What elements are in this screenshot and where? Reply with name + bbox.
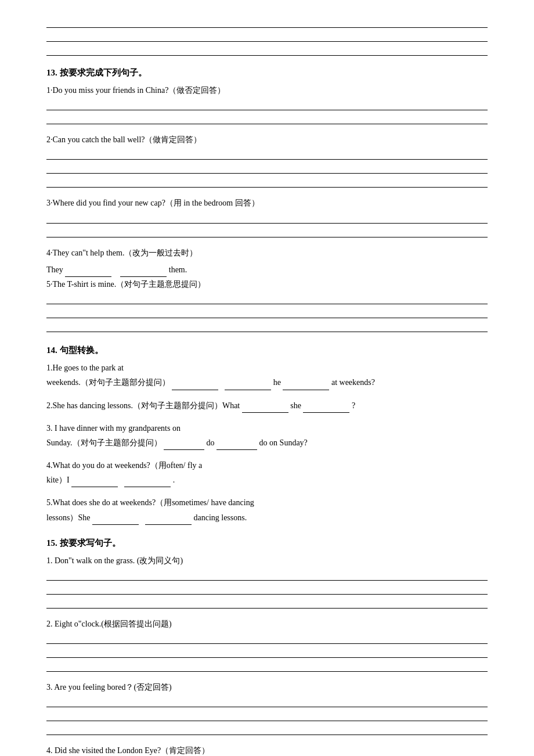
q14-1-text-part1: 1.He goes to the park at bbox=[46, 363, 124, 372]
section-14-q3: 3. I have dinner with my grandparents on… bbox=[46, 421, 488, 450]
q15-2-text: 2. Eight o"clock.(根据回答提出问题) bbox=[46, 617, 488, 631]
q13-5-line-3 bbox=[46, 322, 488, 332]
q13-3-lines bbox=[46, 213, 488, 237]
q14-4-row2: kite）I . bbox=[46, 473, 488, 487]
q13-4-blank2 bbox=[120, 268, 167, 277]
section-13-title: 13. 按要求完成下列句子。 bbox=[46, 67, 488, 78]
section-14-q5: 5.What does she do at weekends?（用sometim… bbox=[46, 495, 488, 524]
q15-1-line-3 bbox=[46, 598, 488, 609]
q14-2-blank1 bbox=[242, 404, 288, 413]
q13-4-them-label: them. bbox=[169, 265, 187, 274]
q15-1-text: 1. Don"t walk on the grass. (改为同义句) bbox=[46, 553, 488, 568]
q14-5-row2: lessons）She dancing lessons. bbox=[46, 510, 488, 525]
section-14: 14. 句型转换。 1.He goes to the park at weeke… bbox=[46, 345, 488, 525]
q14-3-text-part1: 3. I have dinner with my grandparents on bbox=[46, 424, 181, 433]
q14-4-blank1 bbox=[71, 478, 118, 487]
section-13-q2: 2·Can you catch the ball well?（做肯定回答） bbox=[46, 132, 488, 188]
q14-1-text-part2: weekends.（对句子主题部分提问） bbox=[46, 378, 170, 387]
q14-2-she-label: she bbox=[290, 401, 303, 410]
q14-3-do1-label: do bbox=[207, 438, 217, 447]
q13-4-text: 4·They can"t help them.（改为一般过去时） bbox=[46, 246, 488, 260]
q13-5-line-2 bbox=[46, 308, 488, 318]
q15-3-text: 3. Are you feeling bored？(否定回答) bbox=[46, 680, 488, 694]
section-15-q1: 1. Don"t walk on the grass. (改为同义句) bbox=[46, 553, 488, 609]
q13-3-line-1 bbox=[46, 213, 488, 224]
q14-1-blank3 bbox=[283, 381, 329, 390]
q14-2-blank2 bbox=[303, 404, 349, 413]
q14-1-blank1 bbox=[172, 381, 218, 390]
q14-1-row2: weekends.（对句子主题部分提问） he at weekends? bbox=[46, 375, 488, 390]
q15-3-line-3 bbox=[46, 725, 488, 735]
q13-4-blank1 bbox=[65, 268, 111, 277]
q13-5-text: 5·The T-shirt is mine.（对句子主题意思提问） bbox=[46, 277, 488, 291]
q14-1-he-label: he bbox=[273, 378, 283, 387]
q13-1-lines bbox=[46, 100, 488, 124]
section-13-q4: 4·They can"t help them.（改为一般过去时） They th… bbox=[46, 246, 488, 333]
q15-1-lines bbox=[46, 570, 488, 609]
q13-2-line-3 bbox=[46, 177, 488, 188]
q13-2-line-1 bbox=[46, 149, 488, 160]
q15-3-lines bbox=[46, 697, 488, 735]
top-answer-lines bbox=[46, 17, 488, 56]
q14-1-row1: 1.He goes to the park at bbox=[46, 361, 488, 375]
q14-5-blank1 bbox=[92, 516, 139, 525]
q13-5-lines bbox=[46, 294, 488, 332]
q14-5-lessons-label: lessons）She bbox=[46, 513, 92, 522]
q14-4-blank2 bbox=[124, 478, 171, 487]
section-13-q1: 1·Do you miss your friends in China?（做否定… bbox=[46, 83, 488, 124]
q13-5-line-1 bbox=[46, 294, 488, 304]
section-14-q2: 2.She has dancing lessons.（对句子主题部分提问）Wha… bbox=[46, 398, 488, 413]
q13-2-text: 2·Can you catch the ball well?（做肯定回答） bbox=[46, 132, 488, 147]
q13-2-line-2 bbox=[46, 163, 488, 174]
section-14-q4: 4.What do you do at weekends?（用often/ fl… bbox=[46, 458, 488, 487]
q15-2-line-2 bbox=[46, 647, 488, 658]
q14-1-blank2 bbox=[225, 381, 271, 390]
q14-4-end-text: . bbox=[173, 476, 175, 484]
q15-2-line-1 bbox=[46, 633, 488, 644]
section-13-q3: 3·Where did you find your new cap?（用 in … bbox=[46, 196, 488, 237]
section-14-q1: 1.He goes to the park at weekends.（对句子主题… bbox=[46, 361, 488, 390]
q14-4-text-part1: 4.What do you do at weekends?（用often/ fl… bbox=[46, 461, 202, 470]
q13-3-line-2 bbox=[46, 227, 488, 237]
q14-5-end-text: dancing lessons. bbox=[193, 513, 247, 522]
q15-4-text: 4. Did she visited the London Eye?（肯定回答） bbox=[46, 743, 488, 756]
q14-3-text-part2: Sunday.（对句子主题部分提问） bbox=[46, 438, 162, 447]
section-13: 13. 按要求完成下列句子。 1·Do you miss your friend… bbox=[46, 67, 488, 332]
q15-1-line-1 bbox=[46, 570, 488, 581]
q14-2-row: 2.She has dancing lessons.（对句子主题部分提问）Wha… bbox=[46, 398, 488, 413]
q14-5-text: 5.What does she do at weekends?（用sometim… bbox=[46, 498, 254, 507]
top-line-2 bbox=[46, 31, 488, 42]
q15-2-line-3 bbox=[46, 661, 488, 672]
q14-5-row1: 5.What does she do at weekends?（用sometim… bbox=[46, 495, 488, 510]
q14-3-end-text: do on Sunday? bbox=[259, 438, 308, 447]
q14-4-kite-label: kite）I bbox=[46, 476, 71, 484]
q15-1-line-2 bbox=[46, 584, 488, 595]
q13-1-text: 1·Do you miss your friends in China?（做否定… bbox=[46, 83, 488, 98]
section-15: 15. 按要求写句子。 1. Don"t walk on the grass. … bbox=[46, 538, 488, 756]
q15-3-line-2 bbox=[46, 711, 488, 721]
q13-1-line-1 bbox=[46, 100, 488, 110]
q13-1-line-2 bbox=[46, 114, 488, 124]
q13-4-they-label: They bbox=[46, 265, 63, 274]
q14-5-blank2 bbox=[145, 516, 192, 525]
q14-3-blank1 bbox=[164, 441, 204, 450]
q13-2-lines bbox=[46, 149, 488, 188]
q14-2-end-text: ? bbox=[352, 401, 355, 410]
section-15-q4: 4. Did she visited the London Eye?（肯定回答） bbox=[46, 743, 488, 756]
section-15-q2: 2. Eight o"clock.(根据回答提出问题) bbox=[46, 617, 488, 672]
section-15-title: 15. 按要求写句子。 bbox=[46, 538, 488, 549]
q15-3-line-1 bbox=[46, 697, 488, 707]
q14-3-row2: Sunday.（对句子主题部分提问） do do on Sunday? bbox=[46, 435, 488, 450]
q13-3-text: 3·Where did you find your new cap?（用 in … bbox=[46, 196, 488, 210]
q14-3-row1: 3. I have dinner with my grandparents on bbox=[46, 421, 488, 435]
top-line-1 bbox=[46, 17, 488, 28]
q15-2-lines bbox=[46, 633, 488, 672]
q14-4-row1: 4.What do you do at weekends?（用often/ fl… bbox=[46, 458, 488, 473]
section-15-q3: 3. Are you feeling bored？(否定回答) bbox=[46, 680, 488, 735]
q13-4-inline: They them. bbox=[46, 262, 488, 277]
section-14-title: 14. 句型转换。 bbox=[46, 345, 488, 356]
top-line-3 bbox=[46, 45, 488, 56]
q14-1-end-text: at weekends? bbox=[331, 378, 375, 387]
q14-2-text: 2.She has dancing lessons.（对句子主题部分提问）Wha… bbox=[46, 401, 242, 410]
q14-3-blank2 bbox=[217, 441, 257, 450]
